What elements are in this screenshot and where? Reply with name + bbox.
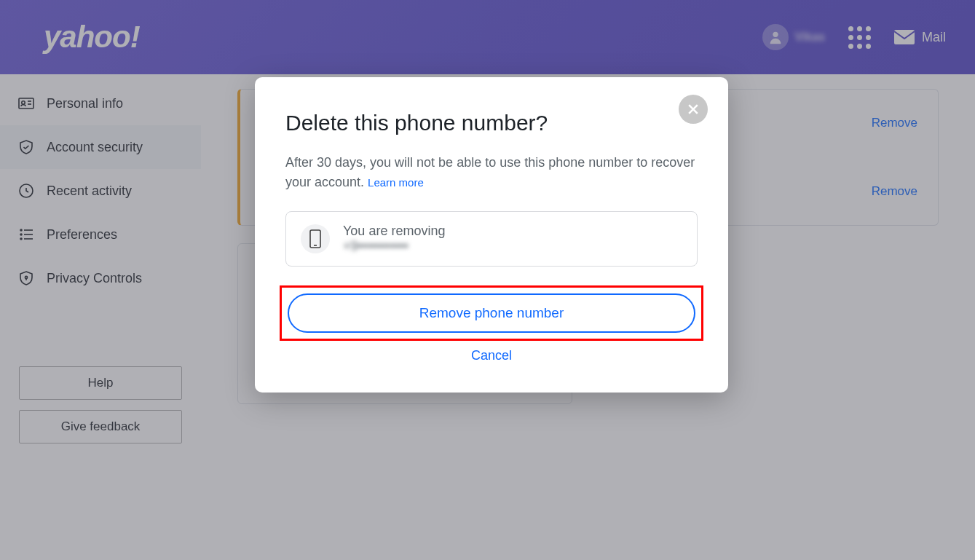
close-button[interactable] <box>679 95 708 124</box>
learn-more-link[interactable]: Learn more <box>368 176 424 189</box>
remove-phone-number-button[interactable]: Remove phone number <box>288 293 695 333</box>
delete-phone-modal: Delete this phone number? After 30 days,… <box>255 77 728 393</box>
phone-icon <box>301 224 330 253</box>
phone-info-box: You are removing +9••••••••••• <box>285 211 698 267</box>
phone-number-value: +9••••••••••• <box>343 239 445 254</box>
cancel-link[interactable]: Cancel <box>285 348 698 363</box>
modal-title: Delete this phone number? <box>285 111 698 135</box>
modal-description: After 30 days, you will not be able to u… <box>285 153 698 192</box>
close-icon <box>686 102 700 117</box>
removing-label: You are removing <box>343 224 445 239</box>
highlighted-area: Remove phone number <box>280 285 703 341</box>
